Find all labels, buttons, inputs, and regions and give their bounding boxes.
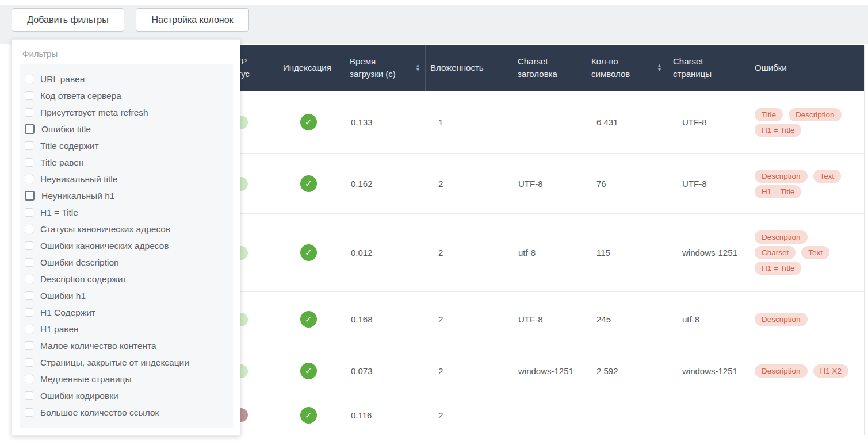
filter-option[interactable]: Ошибки title [25, 121, 233, 137]
cell-errors: DescriptionTextH1 = Title [748, 167, 864, 201]
filter-option[interactable]: Код ответа сервера [25, 87, 233, 104]
cell-charset-page: windows-1251 [667, 248, 748, 257]
filter-checkbox[interactable] [25, 325, 33, 333]
table-row[interactable]: 200 ✓ 0.162 2 UTF-8 76 UTF-8 Description… [201, 154, 864, 214]
error-badge: Charset [755, 246, 796, 259]
filter-option-label: Ошибки кодировки [40, 391, 118, 401]
cell-symbols-count: 115 [587, 248, 667, 257]
filter-checkbox[interactable] [25, 75, 33, 83]
filter-option[interactable]: H1 Содержит [25, 304, 233, 321]
cell-charset-header: UTF-8 [506, 179, 587, 189]
cell-errors: DescriptionH1 X2 [748, 362, 864, 380]
filter-option-label: H1 равен [40, 324, 79, 335]
cell-errors: Description [748, 310, 864, 328]
cell-nesting: 2 [426, 366, 506, 376]
filter-option[interactable]: Ошибки h1 [25, 287, 233, 304]
error-badge: Text [813, 170, 842, 183]
filter-checkbox[interactable] [25, 408, 33, 417]
filter-checkbox[interactable] [25, 208, 33, 217]
filter-option[interactable]: Title равен [25, 154, 233, 171]
filter-checkbox[interactable] [25, 241, 33, 250]
error-badge: Description [755, 313, 808, 326]
table-row[interactable]: 200 ✓ 0.133 1 6 431 UTF-8 TitleDescripti… [201, 91, 864, 154]
filter-option[interactable]: Неуникальный h1 [25, 187, 233, 204]
column-header-errors[interactable]: Ошибки [748, 45, 864, 91]
table-row[interactable]: 200 ✓ 0.012 2 utf-8 115 windows-1251 Des… [201, 214, 864, 292]
filter-option-label: Статусы канонических адресов [40, 224, 170, 235]
cell-load-time: 0.162 [345, 179, 426, 189]
filter-option-label: Медленные страницы [40, 374, 132, 385]
column-settings-button[interactable]: Настройка колонок [136, 8, 249, 32]
filter-checkbox[interactable] [25, 308, 33, 317]
filter-checkbox[interactable] [25, 124, 35, 134]
column-header-charset-page[interactable]: Charset страницы [667, 45, 748, 91]
filter-option-label: Description содержит [40, 274, 127, 285]
error-badge: Description [755, 170, 808, 183]
filter-checkbox[interactable] [25, 275, 33, 283]
filter-option[interactable]: Статусы канонических адресов [25, 221, 233, 237]
filter-option-label: Title содержит [40, 141, 99, 151]
filter-option-label: H1 Содержит [40, 308, 95, 318]
filter-checkbox[interactable] [25, 291, 33, 300]
filter-option-label: Ошибки description [40, 257, 119, 268]
filter-option[interactable]: Ошибки кодировки [25, 387, 233, 404]
column-header-indexation[interactable]: Индексация [265, 45, 345, 91]
filter-option[interactable]: Страницы, закрытые от индексации [25, 354, 233, 371]
filter-option-label: Неуникальный h1 [41, 191, 114, 201]
sort-arrows-icon[interactable]: ▲▼ [657, 64, 662, 72]
cell-indexation: ✓ [265, 363, 345, 379]
filter-option[interactable]: H1 = Title [25, 204, 233, 221]
cell-load-time: 0.133 [345, 117, 426, 127]
check-circle-icon: ✓ [300, 407, 317, 424]
filter-option[interactable]: Присутствует meta refresh [25, 104, 233, 121]
filters-dropdown-panel: Фильтры URL равен Код ответа сервера При… [12, 39, 240, 436]
filter-option-label: Присутствует meta refresh [40, 107, 148, 118]
check-circle-icon: ✓ [300, 175, 317, 192]
table-row[interactable]: 500 ✓ 0.116 2 [201, 395, 864, 435]
cell-symbols-count: 245 [587, 314, 667, 324]
table-row[interactable]: 200 ✓ 0.168 2 UTF-8 245 utf-8 Descriptio… [201, 292, 864, 347]
filter-option[interactable]: H1 равен [25, 321, 233, 337]
filter-checkbox[interactable] [25, 108, 33, 117]
filter-checkbox[interactable] [25, 191, 35, 201]
filter-checkbox[interactable] [25, 141, 33, 150]
column-header-charset-header[interactable]: Charset заголовка [506, 45, 587, 91]
cell-charset-header: UTF-8 [506, 314, 587, 324]
filter-checkbox[interactable] [25, 175, 33, 183]
add-filters-button[interactable]: Добавить фильтры [12, 8, 124, 32]
filter-option-label: Ошибки h1 [40, 291, 86, 301]
filter-option[interactable]: Description содержит [25, 271, 233, 287]
filter-checkbox[interactable] [25, 158, 33, 167]
filter-checkbox[interactable] [25, 91, 33, 100]
column-header-nesting[interactable]: Вложенность [426, 45, 506, 91]
filter-checkbox[interactable] [25, 375, 33, 383]
filter-checkbox[interactable] [25, 358, 33, 367]
filter-checkbox[interactable] [25, 341, 33, 350]
column-header-symbols-count[interactable]: Кол-во символов ▲▼ [587, 45, 667, 91]
cell-indexation: ✓ [265, 244, 345, 261]
filter-option[interactable]: Ошибки канонических адресов [25, 237, 233, 254]
filter-option[interactable]: Ошибки description [25, 254, 233, 271]
filter-option[interactable]: Неуникальный title [25, 171, 233, 187]
filter-option[interactable]: Title содержит [25, 137, 233, 154]
sort-arrows-icon[interactable]: ▲▼ [415, 64, 420, 72]
filter-option[interactable]: Малое количество контента [25, 337, 233, 354]
error-badge: Description [755, 364, 808, 378]
filter-option[interactable]: URL равен [25, 71, 233, 87]
filter-option[interactable]: Медленные страницы [25, 371, 233, 387]
filter-option-label: Малое количество контента [40, 341, 156, 351]
table-row[interactable]: 200 ✓ 0.073 2 windows-1251 2 592 windows… [201, 347, 864, 395]
filter-option-label: Ошибки канонических адресов [40, 241, 169, 251]
check-circle-icon: ✓ [300, 244, 317, 261]
error-badge: H1 = Title [755, 262, 801, 275]
check-circle-icon: ✓ [300, 114, 317, 130]
filter-checkbox[interactable] [25, 258, 33, 267]
cell-charset-header: utf-8 [506, 248, 587, 257]
cell-symbols-count: 6 431 [587, 117, 667, 127]
filter-checkbox[interactable] [25, 391, 33, 400]
cell-indexation: ✓ [265, 407, 345, 424]
filter-option-label: Title равен [40, 157, 84, 168]
column-header-load-time[interactable]: Время загрузки (с) ▲▼ [345, 45, 426, 91]
filter-checkbox[interactable] [25, 225, 33, 233]
filter-option[interactable]: Большое количество ссылок [25, 404, 233, 421]
